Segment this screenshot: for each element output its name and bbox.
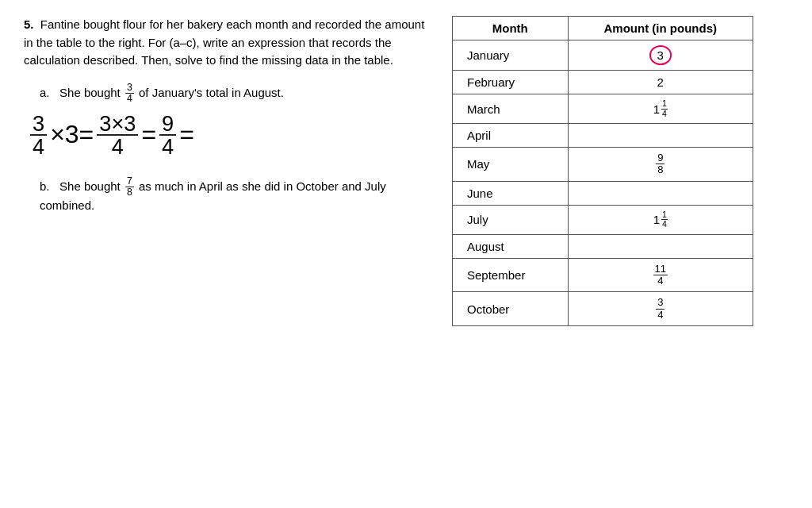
month-july: July: [453, 205, 569, 234]
amount-april: [568, 124, 753, 148]
amount-january: 3: [568, 40, 753, 71]
header-amount: Amount (in pounds): [568, 17, 753, 40]
hw-frac2: 3×3 4: [97, 113, 138, 157]
handwritten-work: 3 4 ×3= 3×3 4 = 9 4 =: [30, 113, 436, 157]
problem-text: 5. Fantine bought flour for her bakery e…: [24, 16, 436, 70]
frac-october: 3 4: [656, 297, 665, 321]
table-row: September 11 4: [453, 258, 753, 292]
part-a-label: a.: [40, 85, 50, 98]
frac-num: 11: [653, 264, 668, 275]
part-a-frac-den: 4: [125, 94, 134, 105]
amount-october: 3 4: [568, 292, 753, 326]
table-row: February 2: [453, 71, 753, 94]
month-february: February: [453, 71, 569, 94]
table-row: March 1 1 4: [453, 94, 753, 124]
month-march: March: [453, 94, 569, 124]
part-b: b. She bought 7 8 as much in April as sh…: [40, 176, 436, 212]
part-a: a. She bought 3 4 of January's total in …: [40, 83, 436, 105]
hw-eq2: =: [179, 120, 194, 149]
amount-july: 1 1 4: [568, 205, 753, 234]
hw-eq1: =: [141, 120, 156, 149]
amount-february: 2: [568, 71, 753, 94]
whole-part: 1: [653, 213, 660, 226]
table-row: October 3 4: [453, 292, 753, 326]
part-b-text: She bought: [59, 179, 121, 193]
frac-september: 11 4: [653, 264, 668, 287]
frac-may: 9 8: [656, 152, 665, 176]
whole-part: 1: [653, 102, 660, 116]
small-frac: 1 4: [661, 99, 668, 118]
right-panel: Month Amount (in pounds) January 3 Febru…: [452, 16, 753, 326]
frac-num: 3: [656, 297, 665, 309]
month-january: January: [453, 40, 569, 71]
circled-value: 3: [649, 45, 672, 65]
part-a-rest: of January's total in August.: [139, 85, 284, 98]
small-frac: 1 4: [661, 210, 668, 229]
amount-march: 1 1 4: [568, 94, 753, 124]
hw-times: ×3=: [50, 120, 94, 149]
frac-den: 8: [656, 164, 665, 175]
part-a-text: She bought: [59, 85, 121, 98]
frac-num: 9: [656, 152, 665, 164]
amount-may: 9 8: [568, 148, 753, 182]
part-b-label: b.: [40, 179, 50, 193]
amount-june: [568, 181, 753, 205]
header-month: Month: [453, 17, 569, 40]
left-panel: 5. Fantine bought flour for her bakery e…: [24, 16, 452, 212]
table-row: May 9 8: [453, 148, 753, 182]
hw-frac3: 9 4: [159, 113, 176, 157]
part-b-frac-num: 7: [125, 176, 134, 188]
frac-den: 4: [656, 275, 665, 287]
table-row: January 3: [453, 40, 753, 71]
frac-num: 1: [661, 99, 668, 110]
mixed-march: 1 1 4: [653, 99, 668, 118]
month-april: April: [453, 124, 569, 148]
month-september: September: [453, 258, 569, 292]
month-august: August: [453, 234, 569, 258]
month-may: May: [453, 148, 569, 182]
table-row: April: [453, 124, 753, 148]
data-table: Month Amount (in pounds) January 3 Febru…: [452, 16, 753, 326]
problem-number: 5.: [24, 17, 34, 31]
month-october: October: [453, 292, 569, 326]
part-b-fraction: 7 8: [125, 176, 134, 198]
frac-den: 4: [661, 110, 668, 119]
amount-august: [568, 234, 753, 258]
table-row: August: [453, 234, 753, 258]
mixed-july: 1 1 4: [653, 210, 668, 229]
amount-september: 11 4: [568, 258, 753, 292]
month-june: June: [453, 181, 569, 205]
part-a-frac-num: 3: [125, 83, 134, 94]
frac-den: 4: [661, 220, 668, 229]
hw-frac1: 3 4: [30, 113, 47, 157]
frac-den: 4: [656, 310, 665, 321]
part-b-frac-den: 8: [125, 187, 134, 198]
part-a-fraction: 3 4: [125, 83, 134, 105]
table-row: July 1 1 4: [453, 205, 753, 234]
problem-description: Fantine bought flour for her bakery each…: [24, 17, 424, 67]
table-row: June: [453, 181, 753, 205]
